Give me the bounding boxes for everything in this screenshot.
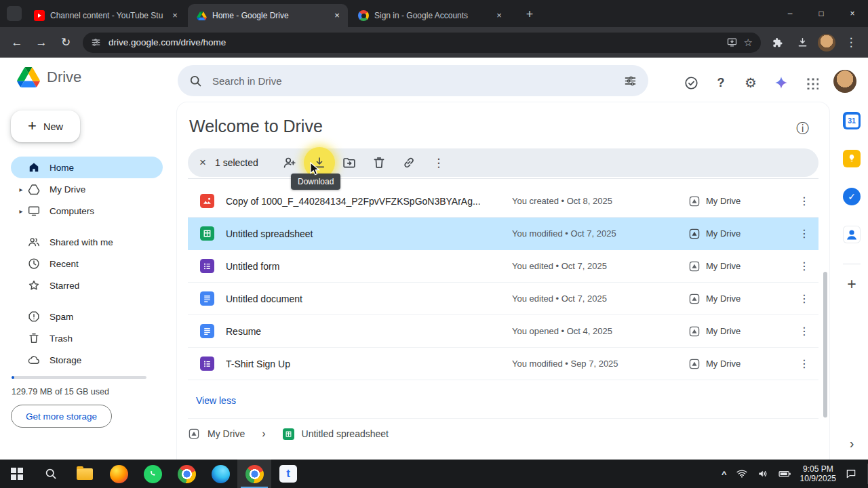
collapse-panel-icon[interactable]: › bbox=[850, 436, 854, 451]
share-add-person-icon[interactable] bbox=[280, 153, 299, 172]
search-input[interactable] bbox=[211, 75, 615, 87]
file-row[interactable]: Resume You opened • Oct 4, 2025 My Drive… bbox=[188, 315, 818, 348]
account-avatar[interactable] bbox=[833, 70, 856, 93]
file-row[interactable]: Untitled document You edited • Oct 7, 20… bbox=[188, 283, 818, 315]
file-location[interactable]: My Drive bbox=[688, 195, 790, 207]
expand-caret-icon[interactable]: ▸ bbox=[15, 207, 27, 215]
scrollbar-thumb[interactable] bbox=[823, 272, 827, 418]
new-button[interactable]: + New bbox=[11, 110, 80, 142]
get-link-icon[interactable] bbox=[399, 153, 418, 172]
chrome-icon[interactable] bbox=[170, 460, 203, 488]
maximize-button[interactable]: □ bbox=[806, 0, 837, 27]
selected-count: 1 selected bbox=[215, 157, 258, 168]
browser-profile-avatar[interactable] bbox=[818, 34, 835, 52]
add-side-app-icon[interactable]: + bbox=[843, 275, 861, 293]
sidebar-item-recent[interactable]: Recent bbox=[11, 253, 163, 274]
file-location[interactable]: My Drive bbox=[688, 228, 790, 240]
file-row[interactable]: Untitled form You edited • Oct 7, 2025 M… bbox=[188, 250, 818, 283]
settings-icon[interactable]: ⚙ bbox=[740, 72, 762, 94]
close-window-button[interactable]: × bbox=[837, 0, 868, 27]
sidebar-item-trash[interactable]: Trash bbox=[11, 327, 163, 349]
sidebar-item-storage[interactable]: Storage bbox=[11, 349, 163, 371]
url-input[interactable] bbox=[107, 37, 720, 48]
row-more-icon[interactable]: ⋮ bbox=[790, 325, 818, 338]
calendar-icon[interactable]: 31 bbox=[843, 112, 861, 129]
breadcrumb-current[interactable]: Untitled spreadsheet bbox=[302, 428, 389, 439]
tab-youtube-studio[interactable]: Channel content - YouTube Stu × bbox=[26, 4, 186, 27]
delete-icon[interactable] bbox=[370, 153, 389, 172]
expand-caret-icon[interactable]: ▸ bbox=[15, 186, 27, 193]
download-icon[interactable] bbox=[310, 153, 329, 172]
forward-button[interactable]: → bbox=[30, 31, 53, 54]
downloads-icon[interactable] bbox=[791, 31, 814, 54]
file-location[interactable]: My Drive bbox=[688, 325, 790, 338]
file-row[interactable]: T-Shirt Sign Up You modified • Sep 7, 20… bbox=[188, 348, 818, 380]
action-center-icon[interactable] bbox=[845, 468, 857, 480]
file-location[interactable]: My Drive bbox=[688, 260, 790, 272]
taskbar-clock[interactable]: 9:05 PM 10/9/2025 bbox=[800, 464, 836, 484]
row-more-icon[interactable]: ⋮ bbox=[790, 357, 818, 370]
row-more-icon[interactable]: ⋮ bbox=[790, 260, 818, 272]
tasks-icon[interactable]: ✓ bbox=[843, 188, 861, 205]
file-row-selected[interactable]: Untitled spreadsheet You modified • Oct … bbox=[188, 218, 818, 250]
minimize-button[interactable]: – bbox=[774, 0, 806, 27]
search-icon[interactable] bbox=[189, 74, 203, 88]
file-explorer-icon[interactable] bbox=[68, 460, 102, 488]
site-info-icon[interactable] bbox=[91, 37, 101, 47]
whatsapp-icon[interactable] bbox=[136, 460, 170, 488]
sidebar-item-computers[interactable]: ▸ Computers bbox=[11, 200, 163, 222]
sidebar-item-shared-with-me[interactable]: Shared with me bbox=[11, 231, 163, 253]
google-apps-icon[interactable] bbox=[801, 72, 823, 94]
network-icon[interactable] bbox=[736, 468, 748, 480]
row-more-icon[interactable]: ⋮ bbox=[790, 227, 818, 240]
start-button[interactable] bbox=[0, 460, 34, 488]
drive-search-bar[interactable] bbox=[178, 65, 648, 96]
row-more-icon[interactable]: ⋮ bbox=[790, 195, 818, 207]
file-location[interactable]: My Drive bbox=[688, 293, 790, 305]
drive-logo[interactable]: Drive bbox=[17, 67, 81, 87]
reload-button[interactable]: ↻ bbox=[54, 31, 77, 54]
move-to-folder-icon[interactable] bbox=[340, 153, 359, 172]
view-less-link[interactable]: View less bbox=[196, 395, 236, 406]
edge-icon[interactable] bbox=[203, 460, 237, 488]
my-drive-chip-icon bbox=[688, 195, 701, 207]
browser-menu-icon[interactable]: ⋮ bbox=[840, 31, 863, 54]
tab-google-signin[interactable]: Sign in - Google Accounts × bbox=[350, 4, 510, 27]
pinned-app-icon[interactable]: t bbox=[271, 460, 305, 488]
breadcrumb-root[interactable]: My Drive bbox=[208, 428, 245, 439]
hidden-icons-chevron[interactable]: ^ bbox=[722, 469, 727, 479]
contacts-icon[interactable] bbox=[843, 226, 861, 243]
battery-icon[interactable] bbox=[778, 467, 791, 481]
new-tab-button[interactable]: + bbox=[521, 5, 538, 23]
search-options-icon[interactable] bbox=[623, 74, 637, 88]
volume-icon[interactable] bbox=[757, 468, 769, 480]
file-row[interactable]: Copy of 1000_F_440284134_P2FpvVFZKSpGoN3… bbox=[188, 185, 818, 218]
more-actions-icon[interactable]: ⋮ bbox=[429, 153, 448, 172]
sidebar-item-my-drive[interactable]: ▸ My Drive bbox=[11, 178, 163, 200]
help-icon[interactable]: ? bbox=[710, 72, 732, 94]
sidebar-item-starred[interactable]: Starred bbox=[11, 274, 163, 296]
tab-close-icon[interactable]: × bbox=[170, 10, 180, 21]
get-more-storage-button[interactable]: Get more storage bbox=[11, 405, 112, 428]
taskbar-search-icon[interactable] bbox=[34, 460, 68, 488]
keep-icon[interactable] bbox=[843, 150, 861, 167]
sidebar-item-home[interactable]: Home bbox=[11, 157, 163, 178]
clear-selection-icon[interactable]: × bbox=[192, 152, 214, 174]
bookmark-star-icon[interactable]: ☆ bbox=[744, 37, 753, 49]
chrome-active-icon[interactable] bbox=[237, 460, 271, 488]
window-menu-icon[interactable] bbox=[7, 6, 22, 21]
tab-close-icon[interactable]: × bbox=[332, 10, 342, 21]
tab-google-drive[interactable]: Home - Google Drive × bbox=[188, 4, 348, 27]
offline-status-icon[interactable] bbox=[680, 72, 702, 94]
info-icon[interactable]: ⓘ bbox=[796, 120, 809, 138]
firefox-icon[interactable] bbox=[102, 460, 136, 488]
row-more-icon[interactable]: ⋮ bbox=[790, 292, 818, 305]
omnibox[interactable]: ☆ bbox=[83, 33, 761, 53]
file-location[interactable]: My Drive bbox=[688, 358, 790, 370]
install-app-icon[interactable] bbox=[726, 37, 738, 48]
tab-close-icon[interactable]: × bbox=[494, 10, 505, 21]
extensions-icon[interactable] bbox=[766, 31, 789, 54]
sidebar-item-spam[interactable]: Spam bbox=[11, 306, 163, 327]
back-button[interactable]: ← bbox=[5, 31, 28, 54]
gemini-icon[interactable] bbox=[770, 72, 792, 94]
